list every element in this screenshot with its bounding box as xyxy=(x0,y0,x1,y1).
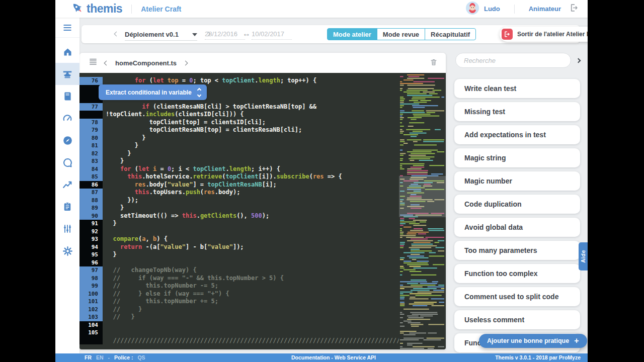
file-prev-chevron-icon[interactable] xyxy=(104,60,109,65)
add-practice-button[interactable]: Ajouter une bonne pratique + xyxy=(479,334,587,348)
line-number[interactable]: 92 xyxy=(79,228,103,236)
line-number[interactable]: 105 xyxy=(79,329,103,337)
practice-item[interactable]: Add expectations in test xyxy=(454,125,580,144)
line-number[interactable]: 91 xyxy=(79,220,103,228)
line-number[interactable]: 90 xyxy=(79,212,103,220)
search-input[interactable] xyxy=(455,53,571,68)
sidebar-item-menu[interactable] xyxy=(55,18,79,38)
footer: FR EN - Police : QS Documentation - Web … xyxy=(55,353,588,362)
logout-icon[interactable] xyxy=(569,3,579,15)
date-range-arrow-icon: ↔ xyxy=(243,29,251,38)
sidebar-item-reports[interactable] xyxy=(55,196,79,218)
line-number[interactable]: 101 xyxy=(79,298,103,306)
line-number[interactable]: 85 xyxy=(79,173,103,181)
sidebar-item-preferences[interactable] xyxy=(55,240,79,262)
sidebar-item-discussions[interactable] xyxy=(55,151,79,173)
line-number[interactable]: 97 xyxy=(79,266,103,275)
line-number[interactable]: 96 xyxy=(79,259,103,267)
code-line: 78 topClient[top] = clientsID[cli]; xyxy=(79,119,399,127)
code-line-text: res.body["value"] = topClientResaNB[i]; xyxy=(103,181,399,189)
exit-workshop-button[interactable]: Sortir de l'atelier Atelier Front-End xyxy=(500,27,588,42)
line-number[interactable]: 82 xyxy=(79,150,103,158)
help-tab[interactable]: Aide xyxy=(579,242,588,270)
file-list-icon[interactable] xyxy=(89,57,98,68)
sidebar-item-craft[interactable] xyxy=(55,63,79,85)
practice-item[interactable]: Magic string xyxy=(454,148,580,167)
line-number[interactable] xyxy=(79,337,103,345)
home-icon xyxy=(62,47,73,57)
practice-item[interactable]: Avoid global data xyxy=(454,218,580,237)
line-number[interactable]: 94 xyxy=(79,243,103,251)
refactor-tooltip[interactable]: Extract conditional in variable xyxy=(99,84,207,100)
panel-collapse-chevron-icon[interactable] xyxy=(576,58,581,63)
line-number[interactable]: 89 xyxy=(79,204,103,212)
version-select[interactable]: Déploiement v0.1 xyxy=(125,29,197,41)
logo-text[interactable]: themis xyxy=(87,2,122,16)
user-name[interactable]: Ludo xyxy=(484,5,500,13)
mode-recapitulatif-button[interactable]: Récapitulatif xyxy=(425,28,476,40)
practice-item[interactable]: Magic number xyxy=(454,171,580,191)
code-line: 100 // } else if (way === "+") { xyxy=(79,290,399,298)
code-line: 88 }); xyxy=(79,197,399,205)
date-end-field[interactable]: 10/02/2017 xyxy=(252,30,292,40)
line-number[interactable]: 83 xyxy=(79,157,103,165)
trash-icon[interactable] xyxy=(430,58,438,68)
line-number[interactable]: 88 xyxy=(79,197,103,205)
line-number[interactable]: 80 xyxy=(79,134,103,142)
line-number[interactable]: 81 xyxy=(79,142,103,150)
sliders-icon xyxy=(62,224,72,234)
line-number[interactable]: 76 xyxy=(79,77,103,85)
practice-item[interactable]: Code duplication xyxy=(454,195,580,214)
clipboard-icon xyxy=(62,202,72,212)
line-number[interactable]: 102 xyxy=(79,306,103,314)
date-start-field[interactable]: 28/12/2016 xyxy=(205,30,245,40)
line-number[interactable]: 93 xyxy=(79,235,103,243)
file-next-chevron-icon[interactable] xyxy=(183,60,188,65)
editor-header: homeComponent.ts xyxy=(79,53,446,73)
mode-revue-button[interactable]: Mode revue xyxy=(377,28,425,40)
line-number[interactable]: 103 xyxy=(79,313,103,321)
sidebar-item-dashboard[interactable] xyxy=(55,107,79,129)
line-number[interactable]: 84 xyxy=(79,165,103,173)
sidebar-item-explore[interactable] xyxy=(55,129,79,151)
chevron-down-icon[interactable] xyxy=(197,93,201,97)
line-number[interactable]: 100 xyxy=(79,290,103,298)
line-number[interactable]: 79 xyxy=(79,126,103,134)
code-line-text: ////////////////////////////////////////… xyxy=(103,337,399,345)
line-number[interactable]: 87 xyxy=(79,189,103,197)
code-line: 101 // this.topNumber += 5; xyxy=(79,298,399,306)
code-line-text xyxy=(103,329,399,337)
sidebar-item-home[interactable] xyxy=(55,41,79,63)
line-number[interactable]: 99 xyxy=(79,282,103,290)
gauge-icon xyxy=(62,113,73,124)
practice-item[interactable]: Useless comment xyxy=(454,310,580,329)
line-number[interactable]: 77 xyxy=(79,103,103,111)
sidebar-item-statistics[interactable] xyxy=(55,173,79,196)
code-line-text xyxy=(103,259,399,267)
sidebar-item-journal[interactable] xyxy=(55,85,79,107)
line-number[interactable]: 98 xyxy=(79,275,103,283)
version-prev-chevron-icon[interactable] xyxy=(114,32,119,37)
line-number[interactable] xyxy=(79,111,103,119)
sidebar-item-settings[interactable] xyxy=(55,218,79,240)
filename: homeComponent.ts xyxy=(115,59,177,67)
line-number[interactable]: 95 xyxy=(79,251,103,259)
mode-atelier-button[interactable]: Mode atelier xyxy=(327,28,377,40)
chevron-up-icon[interactable] xyxy=(197,87,201,92)
code-line: 90 setTimeout(() => this.getClients(), 5… xyxy=(79,212,399,220)
practice-item[interactable]: Missing test xyxy=(454,102,580,121)
code-line-text: !topClient.includes(clientsID[cli])) { xyxy=(103,111,399,119)
practice-item[interactable]: Too many parameters xyxy=(454,241,580,260)
practice-item[interactable]: Write clean test xyxy=(454,79,580,98)
help-tab-label: Aide xyxy=(580,250,586,263)
practice-item[interactable]: Function too complex xyxy=(454,264,580,283)
code-line-text: } xyxy=(103,134,399,142)
line-number[interactable]: 104 xyxy=(79,321,103,329)
code-lines: 76 for (let top = 0; top < topClient.len… xyxy=(79,73,399,349)
minimap-viewport[interactable] xyxy=(399,176,446,217)
line-number[interactable]: 86 xyxy=(79,181,103,189)
avatar[interactable] xyxy=(466,2,479,17)
code-line: 89 } xyxy=(79,204,399,212)
practice-item[interactable]: Comment used to split code xyxy=(454,287,580,306)
line-number[interactable]: 78 xyxy=(79,119,103,127)
